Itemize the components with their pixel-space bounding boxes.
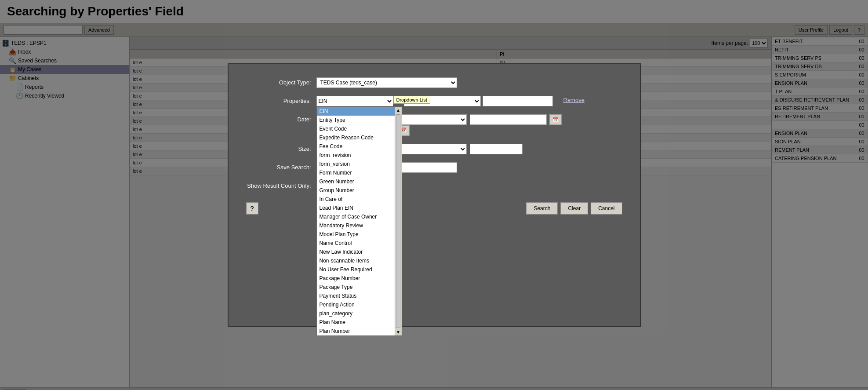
- size-row: Size:: [246, 144, 622, 154]
- dropdown-list-item[interactable]: New Law Indicator: [317, 248, 395, 256]
- dropdown-list-item[interactable]: EIN: [317, 107, 395, 116]
- dropdown-list-item[interactable]: Plan Name: [317, 318, 395, 327]
- properties-dropdown-scrollbar: ▲ ▼: [395, 107, 402, 335]
- properties-dropdown-items: EINEntity TypeEvent CodeExpedite Reason …: [317, 107, 395, 335]
- scroll-up-arrow[interactable]: ▲: [395, 107, 401, 113]
- dropdown-list-item[interactable]: Manager of Case Owner: [317, 212, 395, 221]
- show-result-label: Show Result Count Only:: [246, 181, 316, 189]
- dropdown-list-item[interactable]: Form Number: [317, 168, 395, 177]
- size-label: Size:: [246, 144, 316, 152]
- dropdown-list-item[interactable]: Group Number: [317, 186, 395, 195]
- dropdown-tooltip: Dropdown List: [393, 96, 430, 104]
- dropdown-list-item[interactable]: No User Fee Required: [317, 265, 395, 274]
- dropdown-list-item[interactable]: form_revision: [317, 151, 395, 160]
- date-row: Date: 📅 📅: [246, 114, 622, 136]
- date-from-input[interactable]: [470, 114, 547, 125]
- object-type-row: Object Type: TEDS Case (teds_case): [246, 77, 622, 88]
- properties-dropdown-list: EINEntity TypeEvent CodeExpedite Reason …: [316, 106, 402, 336]
- date-label: Date:: [246, 114, 316, 123]
- save-search-label: Save Search:: [246, 162, 316, 171]
- dropdown-list-item[interactable]: Event Code: [317, 124, 395, 133]
- search-modal: Object Type: TEDS Case (teds_case) Prope…: [228, 63, 641, 327]
- dropdown-list-item[interactable]: Pending Action: [317, 300, 395, 309]
- dropdown-list-item[interactable]: Model Plan Type: [317, 230, 395, 239]
- object-type-control: TEDS Case (teds_case): [316, 77, 622, 88]
- modal-footer: ? Search Clear Cancel: [246, 198, 622, 215]
- search-button[interactable]: Search: [526, 202, 558, 215]
- dropdown-list-item[interactable]: Plan Number: [317, 327, 395, 335]
- dropdown-list-item[interactable]: Green Number: [317, 177, 395, 186]
- properties-select[interactable]: EIN: [316, 96, 393, 106]
- properties-label: Properties:: [246, 96, 316, 104]
- dropdown-list-item[interactable]: Mandatory Review: [317, 221, 395, 230]
- dropdown-list-item[interactable]: In Care of: [317, 195, 395, 204]
- size-value-input[interactable]: [470, 144, 523, 154]
- dropdown-list-item[interactable]: Package Number: [317, 274, 395, 283]
- dropdown-list-item[interactable]: Package Type: [317, 283, 395, 292]
- date-from-calendar-button[interactable]: 📅: [549, 114, 562, 125]
- dropdown-list-item[interactable]: Fee Code: [317, 142, 395, 151]
- dropdown-list-item[interactable]: plan_category: [317, 309, 395, 318]
- modal-help-button[interactable]: ?: [246, 202, 258, 215]
- save-search-row: Save Search:: [246, 162, 622, 173]
- properties-control: EIN EINEntity TypeEvent CodeExpedite Rea…: [316, 96, 622, 106]
- dropdown-list-item[interactable]: Expedite Reason Code: [317, 133, 395, 142]
- scroll-down-arrow[interactable]: ▼: [395, 329, 401, 335]
- dropdown-list-item[interactable]: Payment Status: [317, 292, 395, 300]
- clear-button[interactable]: Clear: [560, 202, 588, 215]
- dropdown-list-item[interactable]: Name Control: [317, 239, 395, 248]
- scrollbar-thumb[interactable]: [396, 114, 400, 328]
- remove-link[interactable]: Remove: [563, 97, 585, 103]
- dropdown-list-item[interactable]: Lead Plan EIN: [317, 204, 395, 212]
- properties-value-input[interactable]: [483, 96, 553, 106]
- dropdown-list-item[interactable]: Entity Type: [317, 116, 395, 124]
- object-type-label: Object Type:: [246, 77, 316, 86]
- dropdown-list-item[interactable]: form_version: [317, 160, 395, 168]
- modal-overlay: Object Type: TEDS Case (teds_case) Prope…: [0, 0, 868, 390]
- properties-row: Properties: EIN EINEntity TypeEvent Code…: [246, 96, 622, 106]
- dropdown-list-item[interactable]: Non-scannable Items: [317, 256, 395, 265]
- cancel-button[interactable]: Cancel: [591, 202, 622, 215]
- show-result-row: Show Result Count Only:: [246, 181, 622, 190]
- object-type-select[interactable]: TEDS Case (teds_case): [316, 77, 457, 88]
- properties-dropdown-container: EIN EINEntity TypeEvent CodeExpedite Rea…: [316, 96, 393, 106]
